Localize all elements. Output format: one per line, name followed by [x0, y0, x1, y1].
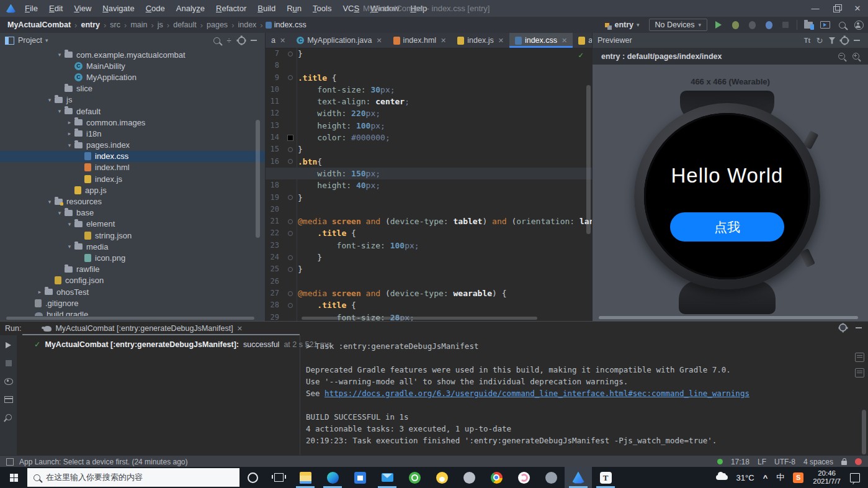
tree-item[interactable]: ▸i18n — [0, 128, 265, 139]
close-icon[interactable]: ✕ — [498, 37, 504, 45]
collapse-all-icon[interactable]: ÷ — [223, 35, 235, 46]
breadcrumb-item[interactable]: MyActualCombat — [6, 20, 72, 29]
taskbar-app-edge[interactable] — [319, 467, 346, 488]
tree-expanded-icon[interactable]: ▾ — [55, 210, 65, 216]
fold-icon[interactable] — [288, 75, 293, 80]
menu-build[interactable]: Build — [252, 4, 281, 13]
taskbar-app-mail[interactable] — [374, 467, 401, 488]
menu-tools[interactable]: Tools — [307, 4, 337, 13]
code-line[interactable] — [266, 60, 592, 71]
breadcrumb-item[interactable]: js — [156, 20, 164, 29]
virtual-device-button[interactable] — [820, 19, 831, 30]
restore-icon[interactable] — [826, 0, 847, 17]
code-line[interactable]: color: #000000; — [266, 132, 592, 143]
refresh-icon[interactable]: ↻ — [813, 35, 826, 46]
menu-analyze[interactable]: Analyze — [171, 4, 210, 13]
editor-tab-index-js[interactable]: index.js✕ — [452, 33, 509, 48]
breadcrumb-item[interactable]: entry — [79, 20, 101, 29]
hide-panel-icon[interactable] — [856, 327, 862, 328]
zoom-out-icon[interactable] — [838, 53, 845, 60]
previewer-horizontal-scrollbar[interactable] — [599, 316, 858, 319]
indent-indicator[interactable]: 4 spaces — [803, 458, 833, 466]
tree-item[interactable]: ▾default — [0, 106, 265, 117]
taskbar-app-chrome[interactable] — [483, 467, 510, 488]
tree-item[interactable]: ▾element — [0, 219, 265, 230]
tree-collapsed-icon[interactable]: ▸ — [35, 289, 45, 295]
tree-item[interactable]: .gitignore — [0, 297, 265, 309]
fold-icon[interactable] — [288, 147, 293, 152]
tree-item[interactable]: string.json — [0, 230, 265, 241]
hide-panel-icon[interactable] — [248, 35, 260, 46]
locate-file-icon[interactable] — [210, 35, 223, 46]
tree-item[interactable]: index.hml — [0, 162, 265, 173]
tree-item[interactable]: ▾com.example.myactualcombat — [0, 49, 265, 60]
build-console[interactable]: > Task :entry:generateDebugJsManifest De… — [300, 335, 868, 456]
tree-item[interactable]: index.css — [0, 151, 265, 162]
tray-expand-icon[interactable]: ^ — [759, 473, 772, 482]
tree-item[interactable]: ▾pages.index — [0, 140, 265, 151]
stop-button[interactable] — [780, 19, 791, 30]
console-scrollbar[interactable] — [862, 410, 866, 454]
code-line[interactable]: .title { — [266, 299, 592, 311]
taskbar-app-file-explorer[interactable] — [292, 467, 319, 488]
project-panel-title[interactable]: Project — [18, 36, 42, 45]
action-center-button[interactable] — [846, 473, 864, 482]
run-button[interactable] — [713, 19, 724, 30]
breadcrumb-item[interactable]: default — [172, 20, 198, 29]
tree-expanded-icon[interactable]: ▾ — [65, 221, 74, 227]
code-line[interactable]: } — [266, 251, 592, 263]
close-icon[interactable]: ✕ — [237, 325, 243, 333]
code-line[interactable]: } — [266, 143, 592, 155]
fold-icon[interactable] — [288, 52, 293, 56]
tree-item[interactable]: app.js — [0, 184, 265, 196]
close-icon[interactable]: ✕ — [562, 37, 567, 45]
fold-icon[interactable] — [288, 195, 293, 200]
menu-edit[interactable]: Edit — [43, 4, 68, 13]
tree-item[interactable]: ▸ohosTest — [0, 286, 265, 297]
console-link[interactable]: https://docs.gradle.org/6.3/userguide/co… — [324, 389, 749, 398]
fold-icon[interactable] — [288, 231, 293, 236]
editor-vertical-scrollbar[interactable] — [586, 85, 591, 234]
attach-debugger-button[interactable] — [746, 19, 758, 30]
device-selector[interactable]: No Devices ▾ — [649, 19, 707, 31]
tool-window-toggle-icon[interactable] — [6, 458, 14, 466]
code-line[interactable]: text-align: center; — [266, 96, 592, 107]
taskbar-app-qq[interactable] — [428, 467, 455, 488]
tree-item[interactable]: build.gradle — [0, 309, 265, 316]
pin-icon[interactable] — [4, 412, 14, 422]
debug-config-button[interactable] — [763, 19, 774, 30]
code-line[interactable]: font-size: 100px; — [266, 240, 592, 251]
tree-item[interactable]: ▾js — [0, 94, 265, 106]
temperature[interactable]: 31°C — [732, 473, 759, 482]
tree-item[interactable]: ▸common.images — [0, 117, 265, 128]
preview-button[interactable]: 点我 — [670, 212, 784, 242]
funnel-icon[interactable] — [826, 35, 838, 46]
tree-expanded-icon[interactable]: ▾ — [55, 52, 65, 58]
ime-indicator[interactable]: 中 — [772, 472, 789, 483]
menu-run[interactable]: Run — [281, 4, 307, 13]
editor-tab-index-css[interactable]: index.css✕ — [509, 33, 573, 48]
tree-item[interactable]: ▾media — [0, 241, 265, 252]
run-tab[interactable]: MyActualCombat [:entry:generateDebugJsMa… — [40, 324, 246, 333]
code-line[interactable]: @media screen and (device-type: wearable… — [266, 287, 592, 299]
tree-item[interactable]: rawfile — [0, 264, 265, 275]
tree-item[interactable]: CMainAbility — [0, 60, 265, 71]
code-line[interactable]: width: 150px; — [266, 168, 592, 179]
close-icon[interactable]: ✕ — [847, 0, 868, 17]
scroll-to-end-icon[interactable] — [855, 368, 864, 377]
tree-item[interactable]: slice — [0, 83, 265, 94]
breadcrumb-item[interactable]: pages — [205, 20, 229, 29]
task-view-button[interactable] — [266, 467, 292, 488]
start-button[interactable] — [0, 467, 27, 488]
status-message[interactable]: App Launch: Select a device first. (24 m… — [19, 458, 187, 466]
inspection-ok-icon[interactable]: ✓ — [578, 50, 583, 60]
show-passed-icon[interactable] — [4, 376, 14, 386]
tree-expanded-icon[interactable]: ▾ — [45, 97, 55, 103]
weather-cloud-icon[interactable] — [712, 475, 732, 480]
profile-button[interactable] — [853, 19, 864, 30]
minimize-icon[interactable]: — — [805, 0, 826, 17]
code-line[interactable]: } — [266, 192, 592, 204]
code-line[interactable]: height: 40px; — [266, 179, 592, 191]
code-line[interactable]: } — [266, 48, 592, 60]
menu-refactor[interactable]: Refactor — [210, 4, 252, 13]
